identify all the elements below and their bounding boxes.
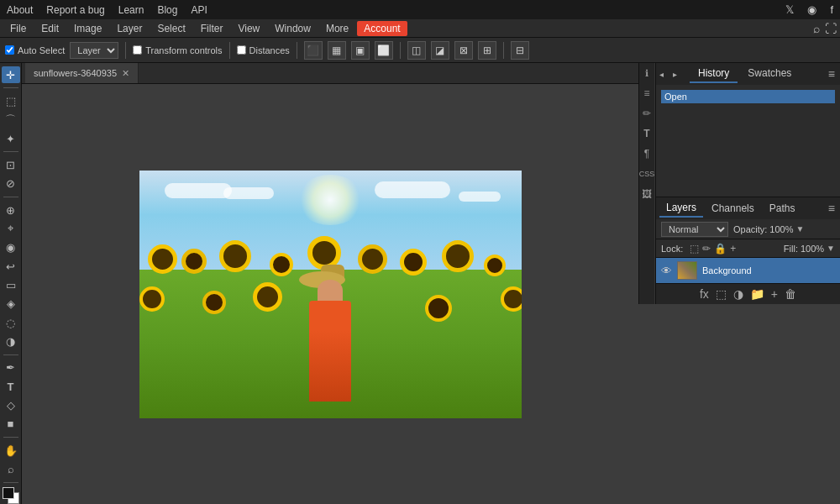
menu-image[interactable]: Image: [67, 21, 108, 36]
info-icon[interactable]: ℹ: [640, 66, 654, 80]
fill-value[interactable]: 100%: [801, 244, 824, 254]
clone-tool[interactable]: [2, 239, 20, 256]
history-tab[interactable]: History: [690, 65, 738, 83]
menu-edit[interactable]: Edit: [34, 21, 66, 36]
add-layer-btn[interactable]: +: [771, 287, 778, 301]
magic-wand-tool[interactable]: [2, 130, 20, 147]
eyedropper-tool[interactable]: [2, 176, 20, 192]
heal-tool[interactable]: [2, 202, 20, 218]
sunflower-14: [501, 286, 522, 312]
transform-controls-checkbox[interactable]: [133, 45, 142, 55]
opacity-value[interactable]: 100%: [769, 224, 793, 234]
fill-dropdown-icon[interactable]: ▼: [827, 244, 835, 253]
shape-tool[interactable]: [2, 416, 20, 433]
delete-layer-btn[interactable]: 🗑: [785, 287, 796, 301]
panel-expand-btn[interactable]: ▸: [673, 70, 677, 79]
eraser-tool[interactable]: [2, 276, 20, 293]
sunflower-4: [270, 253, 293, 276]
paths-tab[interactable]: Paths: [763, 200, 802, 217]
twitter-icon[interactable]: 𝕏: [785, 3, 794, 16]
transform-btn2[interactable]: ◪: [431, 41, 449, 60]
text-tool[interactable]: [2, 378, 20, 395]
text-icon[interactable]: T: [640, 127, 654, 140]
panel-icon-2[interactable]: ≡: [640, 87, 654, 100]
nav-api[interactable]: API: [191, 4, 207, 16]
zoom-tool-icon[interactable]: ⌕: [813, 22, 820, 35]
blend-mode-select[interactable]: Normal: [661, 222, 728, 237]
distances-option[interactable]: Distances: [237, 45, 290, 55]
channels-tab[interactable]: Channels: [705, 200, 761, 217]
gradient-tool[interactable]: [2, 296, 20, 312]
lock-all-icon[interactable]: +: [730, 243, 736, 255]
layers-menu-btn[interactable]: ≡: [828, 202, 835, 215]
nav-blog[interactable]: Blog: [157, 4, 177, 16]
transform-controls-option[interactable]: Transform controls: [133, 45, 222, 55]
css-icon[interactable]: CSS: [640, 167, 654, 181]
lock-transparent-icon[interactable]: ⬚: [690, 243, 699, 255]
transform-btn3[interactable]: ⊠: [454, 41, 473, 60]
opacity-dropdown-icon[interactable]: ▼: [796, 224, 805, 234]
transform-btn1[interactable]: ◫: [407, 41, 426, 60]
paint-icon[interactable]: ✏: [640, 107, 654, 120]
align-top-btn[interactable]: ⬜: [375, 41, 393, 60]
lasso-tool[interactable]: [2, 112, 20, 129]
align-center-h-btn[interactable]: ▦: [328, 41, 346, 60]
add-adjustment-btn[interactable]: ◑: [733, 287, 743, 301]
path-tool[interactable]: [2, 396, 20, 413]
layers-tab[interactable]: Layers: [659, 199, 703, 218]
marquee-tool[interactable]: [2, 92, 20, 109]
menu-view[interactable]: View: [231, 21, 266, 36]
history-item-open[interactable]: Open: [661, 90, 835, 103]
lock-position-icon[interactable]: 🔒: [714, 243, 727, 255]
nav-report[interactable]: Report a bug: [46, 4, 104, 16]
pen-tool[interactable]: [2, 360, 20, 376]
zoom-tool[interactable]: [2, 460, 20, 477]
move-tool[interactable]: [2, 66, 20, 83]
swatches-tab[interactable]: Swatches: [739, 65, 800, 83]
text-icon-2[interactable]: ¶: [640, 147, 654, 160]
hand-tool[interactable]: [2, 442, 20, 459]
crop-tool[interactable]: [2, 156, 20, 173]
image-canvas[interactable]: [139, 171, 522, 418]
menu-filter[interactable]: Filter: [194, 21, 230, 36]
menu-select[interactable]: Select: [150, 21, 192, 36]
nav-learn[interactable]: Learn: [118, 4, 144, 16]
fullscreen-icon[interactable]: ⛶: [825, 22, 837, 35]
sunflower-10: [139, 286, 165, 312]
blur-tool[interactable]: [2, 314, 20, 331]
nav-about[interactable]: About: [7, 4, 33, 16]
layer-visibility-icon[interactable]: 👁: [661, 265, 672, 277]
dodge-tool[interactable]: [2, 333, 20, 349]
align-left-btn[interactable]: ⬛: [304, 41, 323, 60]
lock-pixels-icon[interactable]: ✏: [702, 243, 711, 255]
add-mask-btn[interactable]: ⬚: [716, 287, 727, 301]
person-body: [309, 301, 351, 402]
align-right-btn[interactable]: ▣: [351, 41, 370, 60]
auto-select-option[interactable]: Auto Select: [5, 45, 65, 55]
fill-control: Fill: 100% ▼: [784, 244, 835, 254]
layer-background[interactable]: 👁 Background: [656, 258, 840, 283]
distances-checkbox[interactable]: [237, 45, 246, 55]
reddit-icon[interactable]: ◉: [807, 3, 816, 16]
menu-account[interactable]: Account: [357, 21, 407, 36]
menu-more[interactable]: More: [319, 21, 355, 36]
document-tab[interactable]: sunflowers-3640935 ✕: [25, 63, 139, 83]
add-group-btn[interactable]: 📁: [750, 287, 764, 301]
foreground-background-colors[interactable]: [2, 487, 20, 504]
image-icon[interactable]: 🖼: [640, 187, 654, 201]
menu-window[interactable]: Window: [268, 21, 318, 36]
facebook-icon[interactable]: f: [830, 3, 833, 16]
panel-collapse-btn[interactable]: ◂: [659, 70, 664, 79]
divider2: [229, 42, 230, 59]
brush-tool[interactable]: [2, 220, 20, 237]
grid-btn[interactable]: ⊟: [511, 41, 529, 60]
menu-file[interactable]: File: [3, 21, 33, 36]
history-brush-tool[interactable]: [2, 258, 20, 275]
layer-type-select[interactable]: Layer: [70, 42, 118, 59]
panel-menu-btn[interactable]: ≡: [828, 67, 835, 81]
auto-select-checkbox[interactable]: [5, 45, 14, 55]
layer-fx-btn[interactable]: fx: [700, 287, 709, 301]
menu-layer[interactable]: Layer: [110, 21, 149, 36]
transform-btn4[interactable]: ⊞: [478, 41, 496, 60]
tab-close-btn[interactable]: ✕: [122, 68, 129, 79]
